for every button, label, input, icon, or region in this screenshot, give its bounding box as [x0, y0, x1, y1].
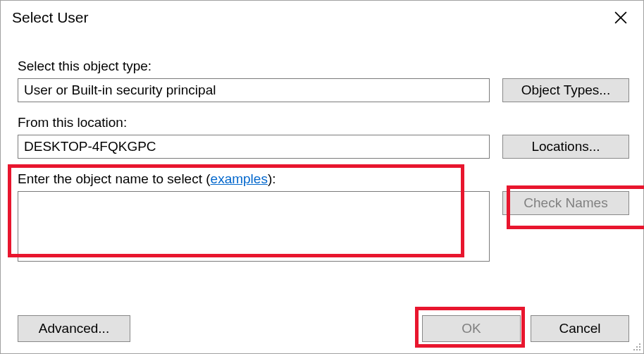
examples-link[interactable]: examples: [211, 171, 268, 186]
dialog-title: Select User: [12, 9, 89, 26]
location-field: [18, 135, 490, 159]
cancel-button[interactable]: Cancel: [531, 315, 629, 342]
object-name-section: Enter the object name to select (example…: [18, 171, 629, 265]
object-type-row: Select this object type: Object Types...: [18, 59, 629, 102]
object-type-label: Select this object type:: [18, 59, 490, 74]
resize-grip[interactable]: [631, 341, 642, 352]
dialog-footer: Advanced... OK Cancel: [18, 315, 629, 342]
svg-point-5: [633, 349, 635, 350]
close-icon: [614, 11, 627, 24]
object-name-label: Enter the object name to select (example…: [18, 171, 490, 187]
titlebar: Select User: [1, 1, 643, 35]
close-button[interactable]: [608, 5, 633, 30]
advanced-button[interactable]: Advanced...: [18, 315, 130, 342]
dialog-body: Select this object type: Object Types...…: [1, 35, 643, 265]
location-label: From this location:: [18, 115, 490, 130]
object-name-input[interactable]: [18, 191, 490, 262]
resize-grip-icon: [631, 341, 642, 352]
select-user-dialog: Select User Select this object type: Obj…: [0, 0, 644, 354]
ok-button[interactable]: OK: [422, 315, 521, 342]
svg-point-2: [639, 343, 640, 345]
object-types-button[interactable]: Object Types...: [502, 78, 629, 102]
svg-point-3: [636, 346, 638, 348]
svg-point-6: [636, 349, 638, 350]
svg-point-7: [639, 349, 640, 350]
check-names-button[interactable]: Check Names: [502, 191, 629, 215]
location-row: From this location: Locations...: [18, 115, 629, 159]
object-type-field: [18, 78, 490, 102]
locations-button[interactable]: Locations...: [502, 135, 629, 159]
svg-point-4: [639, 346, 640, 348]
